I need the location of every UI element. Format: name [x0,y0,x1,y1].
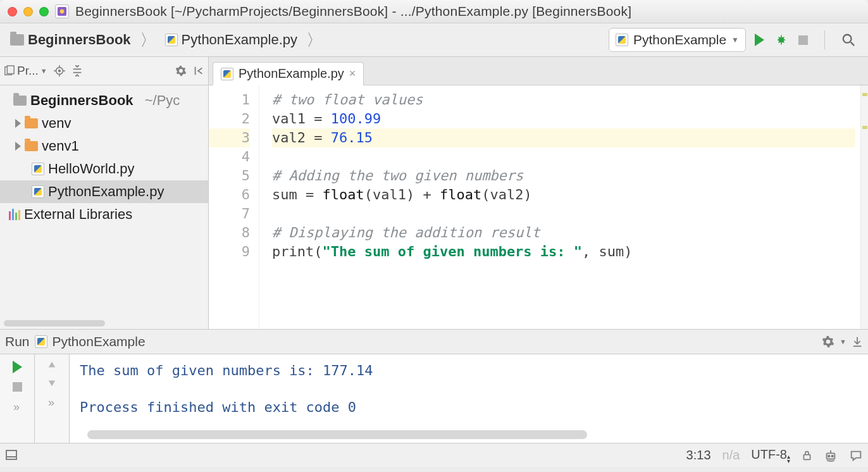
debug-button[interactable] [776,34,787,46]
code-token [272,147,855,166]
code-token: , sum) [582,244,632,259]
svg-rect-12 [7,66,14,74]
tool-windows-button[interactable] [5,449,18,463]
code-token-number: 100.99 [331,111,381,127]
svg-point-30 [828,455,830,457]
locate-button[interactable] [54,65,65,77]
expand-toggle-icon[interactable] [15,119,21,128]
more-button[interactable]: » [48,396,56,409]
run-panel-name: PythonExample [53,334,146,349]
folder-icon [25,118,38,128]
tree-external-libraries[interactable]: External Libraries [0,203,208,226]
code-token: val1 = [272,111,331,127]
export-button[interactable] [852,336,863,347]
project-icon [4,65,15,77]
down-button[interactable] [47,378,56,387]
line-number: 2 [209,109,250,128]
line-number: 5 [209,166,250,185]
close-window-button[interactable] [8,7,17,16]
cursor-position[interactable]: 3:13 [686,448,711,463]
code-token: float [440,187,481,202]
horizontal-scrollbar[interactable] [87,430,587,439]
sort-icon: ▴▾ [787,454,790,463]
breadcrumb-file-label: PythonExample.py [182,32,297,48]
hide-button[interactable] [193,65,204,77]
line-number: 6 [209,185,250,204]
python-file-icon [616,34,628,46]
console-line: The sum of given numbers is: 177.14 [80,361,858,381]
tree-item-label: External Libraries [24,204,132,225]
inspection-widget[interactable] [824,449,838,463]
tree-item-label: venv [42,113,71,134]
line-number: 3 [209,128,250,147]
line-number: 1 [209,90,250,109]
zoom-window-button[interactable] [39,7,49,16]
breadcrumb-project[interactable]: BeginnersBook [6,32,135,48]
collapse-all-button[interactable] [71,65,83,77]
python-file-icon [32,185,44,198]
expand-toggle-icon[interactable] [15,142,21,151]
settings-button[interactable] [175,65,187,77]
stop-button[interactable] [798,35,808,45]
svg-point-9 [843,35,852,43]
run-toolbar-nav: » [35,354,70,443]
close-tab-button[interactable]: × [349,67,356,80]
run-toolbar-left: » [0,354,35,443]
editor-annotation-rail[interactable] [860,85,868,329]
libraries-icon [9,209,20,220]
project-tree[interactable]: BeginnersBook ~/Pyc venv venv1 HelloWorl… [0,85,208,230]
tree-item-label: HelloWorld.py [48,159,135,179]
window-controls [8,7,49,16]
code-token-string: "The sum of given numbers is: " [322,244,582,259]
tree-item-label: PythonExample.py [48,182,164,202]
tree-root-name: BeginnersBook [30,90,133,111]
tree-item-selected[interactable]: PythonExample.py [0,180,208,203]
search-button[interactable] [841,33,855,47]
svg-point-14 [58,70,60,72]
tree-item[interactable]: venv1 [0,135,208,158]
status-bar: 3:13 n/a UTF-8▴▾ [0,443,868,467]
tree-item[interactable]: HelloWorld.py [0,158,208,180]
tree-root-path: ~/Pyc [145,90,180,111]
code-token-comment: # Adding the two given numbers [272,168,523,183]
editor-tabs: PythonExample.py × [209,57,868,85]
python-file-icon [32,163,44,175]
console-output[interactable]: The sum of given numbers is: 177.14 Proc… [70,354,868,443]
run-tool-window: » » The sum of given numbers is: 177.14 … [0,354,868,443]
run-button[interactable] [755,34,764,46]
svg-line-7 [779,41,780,42]
svg-rect-28 [803,455,810,460]
editor-tab[interactable]: PythonExample.py × [213,62,364,85]
notifications-button[interactable] [849,449,863,463]
python-file-icon [165,34,178,46]
project-view-label: Pr... [17,64,39,78]
project-tool-window-header: Pr... ▼ [0,57,208,85]
code-token: (val1) + [364,187,440,202]
rerun-button[interactable] [13,361,22,373]
minimize-window-button[interactable] [23,7,33,16]
tree-root[interactable]: BeginnersBook ~/Pyc [0,89,208,112]
run-configuration-label: PythonExample [633,32,726,47]
run-tool-window-header: Run PythonExample ▼ [0,329,868,354]
line-separator[interactable]: n/a [722,448,740,463]
run-configuration-dropdown[interactable]: PythonExample ▼ [609,28,746,52]
svg-line-6 [783,41,784,42]
folder-icon [13,96,27,106]
code-text[interactable]: # two float values val1 = 100.99 val2 = … [259,85,868,329]
file-encoding[interactable]: UTF-8▴▾ [751,447,790,463]
window-titlebar: BeginnersBook [~/PycharmProjects/Beginne… [0,0,868,23]
code-area[interactable]: 1 2 3 4 5 6 7 8 9 # two float values val… [209,85,868,329]
more-button[interactable]: » [13,401,21,414]
horizontal-scrollbar[interactable] [4,320,105,326]
up-button[interactable] [47,361,56,370]
stop-button[interactable] [13,382,22,392]
breadcrumb-file[interactable]: PythonExample.py [161,32,301,48]
python-file-icon [35,335,47,348]
read-only-toggle[interactable] [802,450,812,461]
project-view-dropdown[interactable]: Pr... ▼ [4,64,47,78]
tree-item[interactable]: venv [0,112,208,135]
line-number: 8 [209,223,250,242]
settings-button[interactable] [822,335,834,348]
code-token-number: 76.15 [331,130,373,146]
code-token: print( [272,244,322,259]
